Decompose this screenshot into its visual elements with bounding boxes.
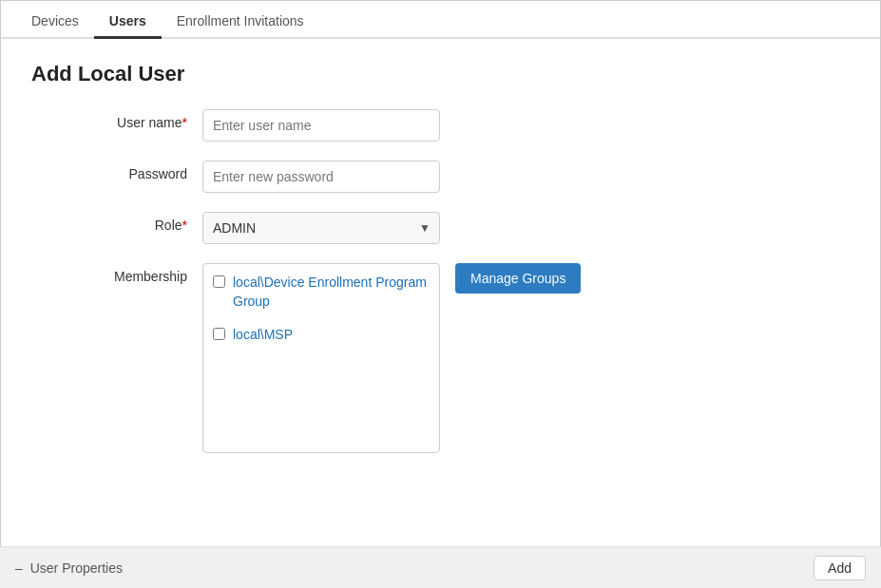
tab-users[interactable]: Users (94, 6, 162, 39)
username-input[interactable] (202, 109, 440, 142)
tab-bar: Devices Users Enrollment Invitations (1, 1, 880, 39)
password-input[interactable] (202, 161, 440, 193)
role-select-wrapper: ADMIN USER READONLY ▼ (202, 212, 440, 244)
password-group: Password (31, 161, 850, 193)
page-title: Add Local User (31, 62, 850, 86)
footer-section-title[interactable]: – User Properties (15, 560, 126, 576)
main-content: Add Local User User name* Password Role*… (1, 39, 880, 547)
membership-item-label-msp[interactable]: local\MSP (233, 326, 293, 345)
membership-list: local\Device Enrollment Program Group lo… (202, 263, 440, 453)
membership-item-label-dep[interactable]: local\Device Enrollment Program Group (233, 274, 430, 311)
username-group: User name* (31, 109, 850, 142)
role-group: Role* ADMIN USER READONLY ▼ (31, 212, 850, 244)
tab-devices[interactable]: Devices (16, 6, 94, 39)
membership-item-msp: local\MSP (213, 326, 430, 345)
add-button[interactable]: Add (814, 556, 866, 580)
membership-group: Membership local\Device Enrollment Progr… (31, 263, 850, 453)
password-label: Password (31, 161, 202, 181)
role-required-star: * (182, 218, 187, 233)
role-select[interactable]: ADMIN USER READONLY (202, 212, 440, 244)
role-label: Role* (31, 212, 202, 233)
membership-checkbox-dep[interactable] (213, 275, 225, 288)
footer-bar: – User Properties Add (0, 546, 881, 588)
username-required-star: * (182, 115, 187, 130)
membership-item-dep: local\Device Enrollment Program Group (213, 274, 430, 311)
membership-checkbox-msp[interactable] (213, 328, 225, 340)
username-label: User name* (31, 109, 202, 130)
membership-label: Membership (31, 263, 202, 284)
tab-enrollment-invitations[interactable]: Enrollment Invitations (162, 6, 319, 39)
manage-groups-button[interactable]: Manage Groups (455, 263, 581, 294)
